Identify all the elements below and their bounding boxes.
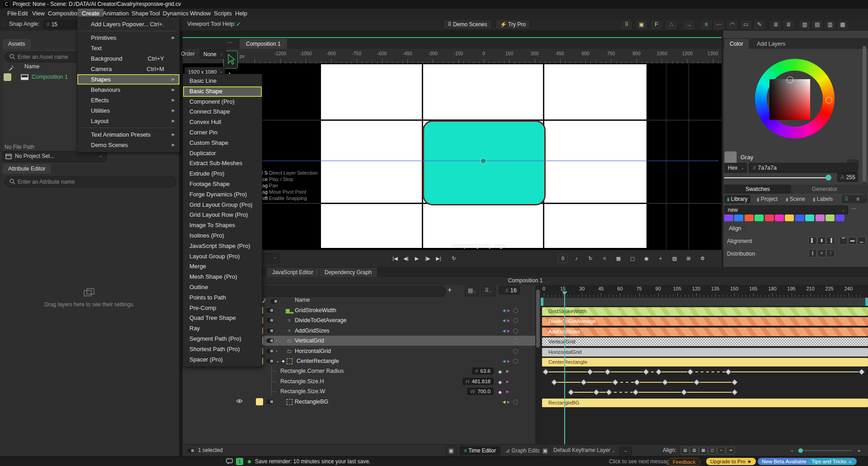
menu-item-layout[interactable]: Layout▶ bbox=[77, 116, 179, 126]
swatch-tab-labels[interactable]: ▮ Labels bbox=[810, 195, 835, 203]
submenu-item-segment-path-pro-[interactable]: Segment Path (Pro) bbox=[183, 334, 262, 344]
track-bar-verticalgrid[interactable]: VerticalGrid bbox=[542, 338, 868, 346]
display-icon[interactable]: ▢ bbox=[628, 254, 637, 263]
checker-icon[interactable]: ▨ bbox=[670, 254, 679, 263]
layer-row-rectangle-corner-radius[interactable]: Rectangle.Corner Radius#63.6◆▶ bbox=[183, 366, 535, 376]
swatch-tab-scene[interactable]: ▮ Scene bbox=[783, 195, 808, 203]
solo-header-icon[interactable] bbox=[270, 299, 278, 304]
color-swatch[interactable] bbox=[775, 214, 784, 221]
render-state-icon[interactable] bbox=[513, 359, 518, 364]
track-bar-gridstrokewidth[interactable]: GridStrokeWidth bbox=[542, 307, 868, 316]
layer-toggle-icon[interactable] bbox=[266, 328, 274, 333]
expression-marker-icon[interactable]: ▶ bbox=[506, 380, 509, 384]
menu-item-shapes[interactable]: Shapes▶ bbox=[77, 74, 179, 85]
columns-4-icon[interactable]: ▦ bbox=[836, 19, 849, 30]
distribute-button-0[interactable]: ∥ bbox=[808, 249, 817, 257]
frame-ruler[interactable]: 0153045607590105120135150165180195210225… bbox=[541, 285, 868, 297]
keyframe-diamond[interactable] bbox=[731, 379, 738, 385]
measure-icon[interactable]: ▭ bbox=[740, 19, 752, 30]
timeline-zoom-track[interactable] bbox=[797, 450, 852, 451]
keyframe-diamond[interactable] bbox=[687, 369, 693, 375]
add-layers-grid-icon[interactable]: ⠿ bbox=[620, 19, 633, 30]
submenu-item-connect-shape[interactable]: Connect Shape bbox=[183, 107, 262, 117]
menu-item-text[interactable]: Text bbox=[77, 43, 179, 53]
layer-toggle-icon[interactable] bbox=[266, 318, 274, 323]
submenu-item-image-to-shapes[interactable]: Image To Shapes bbox=[183, 220, 262, 231]
next-frame-button[interactable]: |▶ bbox=[423, 254, 432, 263]
frame-icon[interactable]: F bbox=[650, 19, 663, 30]
asset-name[interactable]: Composition 1 bbox=[32, 74, 68, 80]
arc-tool-icon[interactable]: ◠ bbox=[726, 19, 739, 30]
tl-align-button-5[interactable]: ⇥ bbox=[726, 447, 735, 455]
viewport-settings-icon[interactable]: ⚙ bbox=[698, 254, 707, 263]
color-swatch[interactable] bbox=[734, 214, 743, 221]
track-bar-dividetogetaverage[interactable]: DivideToGetAverage bbox=[542, 317, 868, 326]
color-swatch[interactable] bbox=[724, 214, 733, 221]
menu-item-demo-scenes[interactable]: Demo Scenes▶ bbox=[77, 140, 179, 150]
keyframe-diamond[interactable] bbox=[542, 369, 549, 375]
playhead-marker[interactable] bbox=[562, 291, 567, 295]
frame-field[interactable]: #16 bbox=[499, 286, 520, 295]
submenu-item-mesh-shape-pro-[interactable]: Mesh Shape (Pro) bbox=[183, 272, 262, 282]
panel-scrollbar[interactable] bbox=[863, 45, 866, 199]
submenu-item-custom-shape[interactable]: Custom Shape bbox=[183, 138, 262, 148]
feedback-button[interactable]: Feedback bbox=[668, 458, 700, 466]
submenu-item-forge-dynamics-pro-[interactable]: Forge Dynamics (Pro) bbox=[183, 190, 262, 200]
submenu-item-quad-tree-shape[interactable]: Quad Tree Shape bbox=[183, 313, 262, 323]
keyframe-diamond[interactable] bbox=[693, 379, 700, 385]
value-field-#[interactable]: #63.6 bbox=[472, 367, 494, 375]
pivot-point-marker[interactable] bbox=[480, 158, 486, 164]
submenu-item-grid-layout-group-pro-[interactable]: Grid Layout Group (Pro) bbox=[183, 200, 262, 210]
time-editor-tab[interactable]: ≡ Time Editor bbox=[459, 446, 500, 455]
tab-generator[interactable]: Generator bbox=[791, 185, 858, 194]
tab-javascript-editor[interactable]: JavaScript Editor bbox=[267, 268, 319, 277]
audio-icon[interactable]: ♪ bbox=[572, 254, 581, 263]
swatch-tab-library[interactable]: ▮ Library bbox=[724, 195, 750, 203]
color-swatch[interactable] bbox=[745, 214, 754, 221]
hex-value-input[interactable]: #7a7a7a bbox=[749, 163, 857, 173]
selection-toggle-icon[interactable] bbox=[187, 448, 195, 453]
keyframe-diamond[interactable] bbox=[606, 389, 612, 395]
attribute-search-input[interactable]: Enter an Attribute name bbox=[5, 176, 176, 187]
minimize-button[interactable] bbox=[806, 0, 824, 9]
keyframe-diamond[interactable] bbox=[731, 389, 738, 395]
color-swatch[interactable] bbox=[785, 214, 794, 221]
playhead[interactable] bbox=[564, 291, 565, 444]
keyframe-diamond[interactable] bbox=[632, 389, 639, 395]
keyframe-filter-icon[interactable]: ⠿⌄ bbox=[481, 285, 495, 296]
align-button-3[interactable]: ▔ bbox=[839, 237, 848, 245]
guides-icon[interactable]: ◉ bbox=[642, 254, 651, 263]
layer-row-rectanglebg[interactable]: RectangleBG◀▶ bbox=[183, 397, 535, 407]
expand-icon[interactable]: › bbox=[276, 346, 277, 356]
columns-2-icon[interactable]: ▤ bbox=[811, 19, 824, 30]
palette-more-icon[interactable]: ⋯ bbox=[851, 205, 857, 212]
track-bar-rectanglebg[interactable]: RectangleBG bbox=[542, 399, 868, 407]
prev-frame-button[interactable]: ◀| bbox=[401, 254, 410, 263]
submenu-item-outline[interactable]: Outline bbox=[183, 282, 262, 293]
track-bar-centerrectangle[interactable]: CenterRectangle bbox=[542, 358, 868, 366]
submenu-item-footage-shape[interactable]: Footage Shape bbox=[183, 179, 262, 190]
alpha-slider-track[interactable] bbox=[724, 177, 828, 178]
next-message-link[interactable]: Click to see next message bbox=[609, 458, 672, 465]
menu-item-add-layers-popover-[interactable]: Add Layers Popover...Ctrl+. bbox=[77, 19, 179, 29]
value-field-w[interactable]: W700.0 bbox=[467, 388, 494, 395]
alpha-value-field[interactable]: A255 bbox=[837, 173, 858, 182]
keyframe-toggle-icon[interactable]: ◆ bbox=[498, 380, 502, 385]
collapse-icon[interactable]: ⌄ bbox=[276, 356, 279, 366]
keyframe-diamond[interactable] bbox=[604, 369, 611, 375]
palette-select[interactable]: new ⌄ bbox=[724, 205, 848, 214]
submenu-item-grid-layout-row-pro-[interactable]: Grid Layout Row (Pro) bbox=[183, 210, 262, 220]
menu-item-primitives[interactable]: Primitives▶ bbox=[77, 33, 179, 43]
layer-row-rectangle-size-w[interactable]: Rectangle.Size.WW700.0◆▶ bbox=[183, 386, 535, 396]
track-bar-horizontalgrid[interactable]: HorizontalGrid bbox=[542, 348, 868, 357]
color-swatch[interactable] bbox=[826, 214, 835, 221]
alpha-slider-handle[interactable] bbox=[826, 175, 831, 181]
keyframe-diamond[interactable] bbox=[580, 379, 587, 385]
refresh-icon[interactable]: ↻ bbox=[586, 254, 595, 263]
zoom-out-icon[interactable]: − bbox=[788, 446, 797, 455]
color-swatch[interactable] bbox=[795, 214, 804, 221]
tab-add-layers[interactable]: Add Layers bbox=[751, 39, 791, 49]
dock-icon[interactable]: ▣ bbox=[446, 446, 457, 456]
swatch-tab-project[interactable]: ▮ Project bbox=[754, 195, 780, 203]
keyframe-diamond[interactable] bbox=[551, 379, 557, 385]
